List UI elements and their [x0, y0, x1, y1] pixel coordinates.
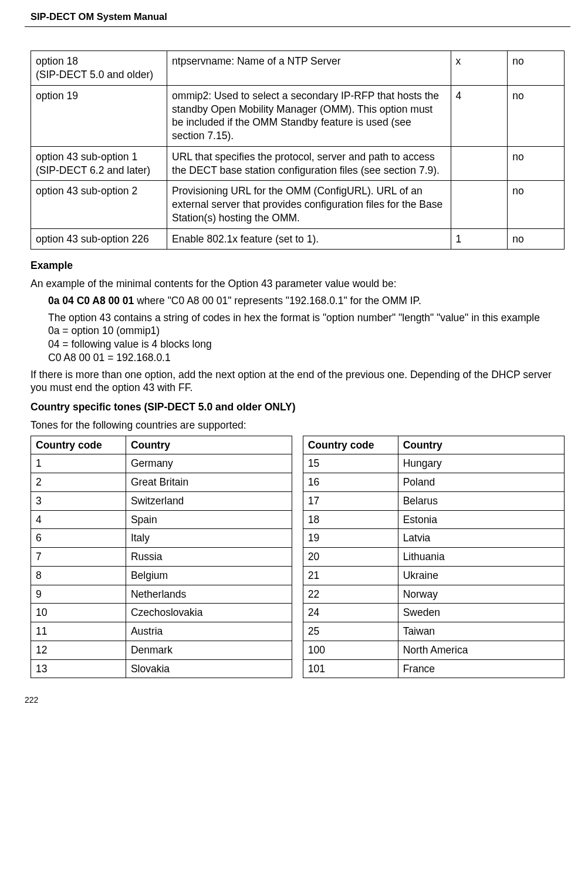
country-name-b: Belarus — [398, 491, 564, 510]
option-col4: no — [508, 85, 565, 146]
country-code-b: 16 — [303, 473, 398, 492]
countries-head-cn-b: Country — [398, 436, 564, 454]
countries-spacer — [292, 604, 303, 622]
country-code-b: 20 — [303, 548, 398, 567]
option-col4: no — [508, 146, 565, 181]
countries-head-cc-b: Country code — [303, 436, 398, 454]
example-intro: An example of the minimal contents for t… — [31, 277, 565, 291]
country-code-b: 17 — [303, 491, 398, 510]
countries-header-row: Country code Country Country code Countr… — [31, 436, 565, 454]
example-code-explain: where "C0 A8 00 01" represents "192.168.… — [134, 295, 421, 306]
option-name: option 19 — [31, 85, 167, 146]
country-code-a: 3 — [31, 491, 126, 510]
countries-spacer — [292, 641, 303, 659]
country-code-a: 1 — [31, 454, 126, 473]
options-row: option 43 sub-option 1 (SIP-DECT 6.2 and… — [31, 146, 565, 181]
example-code-line: 0a 04 C0 A8 00 01 where "C0 A8 00 01" re… — [31, 294, 565, 308]
country-name-a: Austria — [126, 622, 292, 641]
country-name-a: Belgium — [126, 566, 292, 585]
countries-row: 11Austria25Taiwan — [31, 622, 565, 641]
option-col3: 4 — [451, 85, 508, 146]
countries-spacer — [292, 510, 303, 529]
countries-spacer — [292, 473, 303, 492]
options-row: option 43 sub-option 226Enable 802.1x fe… — [31, 228, 565, 250]
option-col3 — [451, 146, 508, 181]
country-code-a: 8 — [31, 566, 126, 585]
countries-row: 9Netherlands22Norway — [31, 585, 565, 604]
country-code-b: 22 — [303, 585, 398, 604]
country-code-b: 25 — [303, 622, 398, 641]
example-breakdown: The option 43 contains a string of codes… — [31, 311, 565, 365]
country-name-b: Norway — [398, 585, 564, 604]
option-name: option 43 sub-option 226 — [31, 228, 167, 250]
example-para2: The option 43 contains a string of codes… — [48, 312, 540, 324]
option-desc: ntpservname: Name of a NTP Server — [167, 51, 451, 86]
countries-row: 8Belgium21Ukraine — [31, 566, 565, 585]
country-code-a: 9 — [31, 585, 126, 604]
country-name-b: Taiwan — [398, 622, 564, 641]
countries-row: 12Denmark100North America — [31, 641, 565, 659]
options-row: option 43 sub-option 2Provisioning URL f… — [31, 181, 565, 228]
option-name: option 18 (SIP-DECT 5.0 and older) — [31, 51, 167, 86]
countries-table: Country code Country Country code Countr… — [31, 436, 565, 679]
country-name-b: Hungary — [398, 454, 564, 473]
page-number: 222 — [25, 695, 565, 705]
countries-spacer — [292, 436, 303, 454]
options-row: option 18 (SIP-DECT 5.0 and older)ntpser… — [31, 51, 565, 86]
option-col4: no — [508, 51, 565, 86]
option-col3 — [451, 181, 508, 228]
country-code-b: 21 — [303, 566, 398, 585]
country-code-b: 15 — [303, 454, 398, 473]
country-code-a: 6 — [31, 529, 126, 548]
country-name-a: Spain — [126, 510, 292, 529]
page-header-title: SIP-DECT OM System Manual — [31, 11, 565, 26]
countries-spacer — [292, 622, 303, 641]
country-code-a: 4 — [31, 510, 126, 529]
options-row: option 19ommip2: Used to select a second… — [31, 85, 565, 146]
country-name-a: Russia — [126, 548, 292, 567]
country-code-a: 12 — [31, 641, 126, 659]
option-col3: 1 — [451, 228, 508, 250]
option-name: option 43 sub-option 1 (SIP-DECT 6.2 and… — [31, 146, 167, 181]
option-desc: Provisioning URL for the OMM (ConfigURL)… — [167, 181, 451, 228]
countries-row: 13Slovakia101France — [31, 659, 565, 678]
countries-spacer — [292, 548, 303, 567]
country-name-a: Netherlands — [126, 585, 292, 604]
country-name-b: Sweden — [398, 604, 564, 622]
country-code-b: 19 — [303, 529, 398, 548]
country-code-b: 24 — [303, 604, 398, 622]
countries-row: 7Russia20Lithuania — [31, 548, 565, 567]
example-l1: 0a = option 10 (ommip1) — [48, 325, 160, 336]
country-name-b: North America — [398, 641, 564, 659]
country-code-a: 13 — [31, 659, 126, 678]
countries-row: 6Italy19Latvia — [31, 529, 565, 548]
country-name-a: Germany — [126, 454, 292, 473]
countries-head-cn-a: Country — [126, 436, 292, 454]
country-name-a: Czechoslovakia — [126, 604, 292, 622]
option-desc: Enable 802.1x feature (set to 1). — [167, 228, 451, 250]
countries-spacer — [292, 454, 303, 473]
country-code-a: 10 — [31, 604, 126, 622]
option-desc: ommip2: Used to select a secondary IP-RF… — [167, 85, 451, 146]
options-table: option 18 (SIP-DECT 5.0 and older)ntpser… — [31, 50, 565, 250]
option-col4: no — [508, 228, 565, 250]
country-name-a: Italy — [126, 529, 292, 548]
countries-row: 3Switzerland17Belarus — [31, 491, 565, 510]
country-code-a: 2 — [31, 473, 126, 492]
example-l3: C0 A8 00 01 = 192.168.0.1 — [48, 352, 171, 363]
country-code-b: 100 — [303, 641, 398, 659]
countries-intro: Tones for the following countries are su… — [31, 419, 565, 432]
countries-spacer — [292, 659, 303, 678]
country-code-a: 7 — [31, 548, 126, 567]
countries-spacer — [292, 491, 303, 510]
example-heading: Example — [31, 259, 565, 272]
countries-spacer — [292, 529, 303, 548]
country-code-a: 11 — [31, 622, 126, 641]
country-name-a: Switzerland — [126, 491, 292, 510]
country-name-b: Poland — [398, 473, 564, 492]
country-name-a: Great Britain — [126, 473, 292, 492]
country-code-b: 101 — [303, 659, 398, 678]
option-col4: no — [508, 181, 565, 228]
country-name-b: Lithuania — [398, 548, 564, 567]
countries-heading: Country specific tones (SIP-DECT 5.0 and… — [31, 400, 565, 414]
